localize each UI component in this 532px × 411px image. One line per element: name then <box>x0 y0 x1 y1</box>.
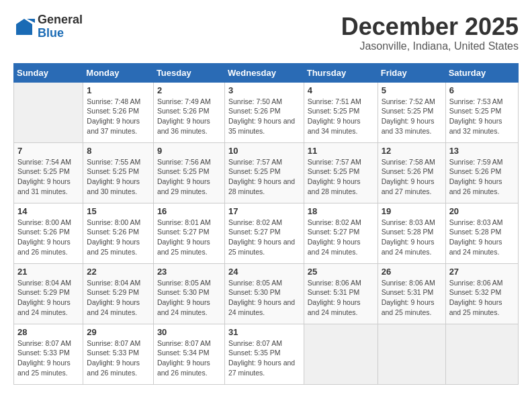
day-number: 7 <box>17 146 79 156</box>
column-header-monday: Monday <box>83 63 154 82</box>
logo-blue-text: Blue <box>38 27 83 40</box>
svg-marker-0 <box>16 19 32 35</box>
day-info: Sunrise: 7:48 AMSunset: 5:26 PMDaylight:… <box>87 97 150 136</box>
day-number: 15 <box>87 206 150 216</box>
day-number: 25 <box>308 267 374 277</box>
calendar-cell: 14 Sunrise: 8:00 AMSunset: 5:26 PMDaylig… <box>14 203 83 263</box>
calendar-cell: 21 Sunrise: 8:04 AMSunset: 5:29 PMDaylig… <box>14 263 83 324</box>
day-number: 17 <box>228 206 300 216</box>
calendar-cell: 30 Sunrise: 8:07 AMSunset: 5:34 PMDaylig… <box>153 324 224 384</box>
day-number: 5 <box>382 85 442 95</box>
day-number: 28 <box>17 327 79 337</box>
day-info: Sunrise: 8:04 AMSunset: 5:29 PMDaylight:… <box>87 278 150 318</box>
day-number: 22 <box>87 267 150 277</box>
day-number: 1 <box>87 85 150 95</box>
day-number: 31 <box>228 327 300 337</box>
day-info: Sunrise: 7:57 AMSunset: 5:25 PMDaylight:… <box>228 157 300 197</box>
calendar-cell: 15 Sunrise: 8:00 AMSunset: 5:26 PMDaylig… <box>83 203 154 263</box>
day-number: 24 <box>228 267 300 277</box>
calendar-cell <box>445 324 518 384</box>
day-info: Sunrise: 8:05 AMSunset: 5:30 PMDaylight:… <box>157 278 221 318</box>
page-header: General Blue December 2025 Jasonville, I… <box>13 13 519 52</box>
calendar-cell: 18 Sunrise: 8:02 AMSunset: 5:27 PMDaylig… <box>304 203 378 263</box>
day-info: Sunrise: 8:06 AMSunset: 5:32 PMDaylight:… <box>449 278 515 318</box>
calendar-cell: 6 Sunrise: 7:53 AMSunset: 5:25 PMDayligh… <box>445 82 518 142</box>
day-info: Sunrise: 8:01 AMSunset: 5:27 PMDaylight:… <box>157 218 221 257</box>
column-header-tuesday: Tuesday <box>153 63 224 82</box>
day-number: 4 <box>308 85 374 95</box>
day-number: 26 <box>382 267 442 277</box>
day-number: 12 <box>382 146 442 156</box>
day-info: Sunrise: 7:53 AMSunset: 5:25 PMDaylight:… <box>449 97 515 136</box>
day-number: 11 <box>308 146 374 156</box>
calendar-cell: 9 Sunrise: 7:56 AMSunset: 5:25 PMDayligh… <box>153 142 224 203</box>
day-number: 18 <box>308 206 374 216</box>
day-info: Sunrise: 8:06 AMSunset: 5:31 PMDaylight:… <box>308 278 374 318</box>
location-text: Jasonville, Indiana, United States <box>341 40 519 52</box>
day-info: Sunrise: 8:07 AMSunset: 5:35 PMDaylight:… <box>228 338 300 378</box>
calendar-cell: 11 Sunrise: 7:57 AMSunset: 5:25 PMDaylig… <box>304 142 378 203</box>
calendar-cell: 13 Sunrise: 7:59 AMSunset: 5:26 PMDaylig… <box>445 142 518 203</box>
column-header-saturday: Saturday <box>445 63 518 82</box>
calendar-week-row: 1 Sunrise: 7:48 AMSunset: 5:26 PMDayligh… <box>14 82 519 142</box>
day-info: Sunrise: 7:54 AMSunset: 5:25 PMDaylight:… <box>17 157 79 197</box>
day-info: Sunrise: 7:50 AMSunset: 5:26 PMDaylight:… <box>228 97 300 136</box>
day-info: Sunrise: 7:55 AMSunset: 5:25 PMDaylight:… <box>87 157 150 197</box>
day-info: Sunrise: 8:03 AMSunset: 5:28 PMDaylight:… <box>382 218 442 257</box>
logo-icon <box>13 16 35 38</box>
calendar-cell: 31 Sunrise: 8:07 AMSunset: 5:35 PMDaylig… <box>224 324 304 384</box>
day-info: Sunrise: 7:52 AMSunset: 5:25 PMDaylight:… <box>382 97 442 136</box>
calendar-cell <box>378 324 445 384</box>
day-number: 2 <box>157 85 221 95</box>
day-info: Sunrise: 8:00 AMSunset: 5:26 PMDaylight:… <box>87 218 150 257</box>
day-number: 14 <box>17 206 79 216</box>
calendar-cell: 1 Sunrise: 7:48 AMSunset: 5:26 PMDayligh… <box>83 82 154 142</box>
calendar-cell: 5 Sunrise: 7:52 AMSunset: 5:25 PMDayligh… <box>378 82 445 142</box>
column-header-thursday: Thursday <box>304 63 378 82</box>
calendar-cell: 4 Sunrise: 7:51 AMSunset: 5:25 PMDayligh… <box>304 82 378 142</box>
day-number: 23 <box>157 267 221 277</box>
calendar-week-row: 14 Sunrise: 8:00 AMSunset: 5:26 PMDaylig… <box>14 203 519 263</box>
day-number: 21 <box>17 267 79 277</box>
day-info: Sunrise: 8:02 AMSunset: 5:27 PMDaylight:… <box>308 218 374 257</box>
day-info: Sunrise: 7:59 AMSunset: 5:26 PMDaylight:… <box>449 157 515 197</box>
calendar-cell: 23 Sunrise: 8:05 AMSunset: 5:30 PMDaylig… <box>153 263 224 324</box>
calendar-cell: 7 Sunrise: 7:54 AMSunset: 5:25 PMDayligh… <box>14 142 83 203</box>
day-number: 8 <box>87 146 150 156</box>
day-number: 30 <box>157 327 221 337</box>
day-number: 16 <box>157 206 221 216</box>
title-area: December 2025 Jasonville, Indiana, Unite… <box>341 13 519 52</box>
calendar-cell: 19 Sunrise: 8:03 AMSunset: 5:28 PMDaylig… <box>378 203 445 263</box>
logo: General Blue <box>13 13 83 40</box>
day-info: Sunrise: 7:56 AMSunset: 5:25 PMDaylight:… <box>157 157 221 197</box>
calendar-week-row: 28 Sunrise: 8:07 AMSunset: 5:33 PMDaylig… <box>14 324 519 384</box>
calendar-cell: 24 Sunrise: 8:05 AMSunset: 5:30 PMDaylig… <box>224 263 304 324</box>
day-info: Sunrise: 7:57 AMSunset: 5:25 PMDaylight:… <box>308 157 374 197</box>
calendar-cell: 17 Sunrise: 8:02 AMSunset: 5:27 PMDaylig… <box>224 203 304 263</box>
day-info: Sunrise: 8:02 AMSunset: 5:27 PMDaylight:… <box>228 218 300 257</box>
day-number: 20 <box>449 206 515 216</box>
calendar-cell: 28 Sunrise: 8:07 AMSunset: 5:33 PMDaylig… <box>14 324 83 384</box>
day-info: Sunrise: 8:05 AMSunset: 5:30 PMDaylight:… <box>228 278 300 318</box>
day-number: 13 <box>449 146 515 156</box>
column-header-wednesday: Wednesday <box>224 63 304 82</box>
day-info: Sunrise: 8:03 AMSunset: 5:28 PMDaylight:… <box>449 218 515 257</box>
column-header-friday: Friday <box>378 63 445 82</box>
calendar-cell: 8 Sunrise: 7:55 AMSunset: 5:25 PMDayligh… <box>83 142 154 203</box>
day-number: 9 <box>157 146 221 156</box>
day-number: 3 <box>228 85 300 95</box>
day-info: Sunrise: 8:07 AMSunset: 5:33 PMDaylight:… <box>17 338 79 378</box>
day-number: 6 <box>449 85 515 95</box>
calendar-header-row: SundayMondayTuesdayWednesdayThursdayFrid… <box>14 63 519 82</box>
day-info: Sunrise: 7:58 AMSunset: 5:26 PMDaylight:… <box>382 157 442 197</box>
calendar-week-row: 7 Sunrise: 7:54 AMSunset: 5:25 PMDayligh… <box>14 142 519 203</box>
calendar-cell: 26 Sunrise: 8:06 AMSunset: 5:31 PMDaylig… <box>378 263 445 324</box>
day-info: Sunrise: 8:07 AMSunset: 5:34 PMDaylight:… <box>157 338 221 378</box>
day-info: Sunrise: 7:51 AMSunset: 5:25 PMDaylight:… <box>308 97 374 136</box>
calendar-cell: 27 Sunrise: 8:06 AMSunset: 5:32 PMDaylig… <box>445 263 518 324</box>
calendar-cell: 22 Sunrise: 8:04 AMSunset: 5:29 PMDaylig… <box>83 263 154 324</box>
day-number: 29 <box>87 327 150 337</box>
day-info: Sunrise: 8:00 AMSunset: 5:26 PMDaylight:… <box>17 218 79 257</box>
month-title: December 2025 <box>341 13 519 40</box>
day-number: 27 <box>449 267 515 277</box>
